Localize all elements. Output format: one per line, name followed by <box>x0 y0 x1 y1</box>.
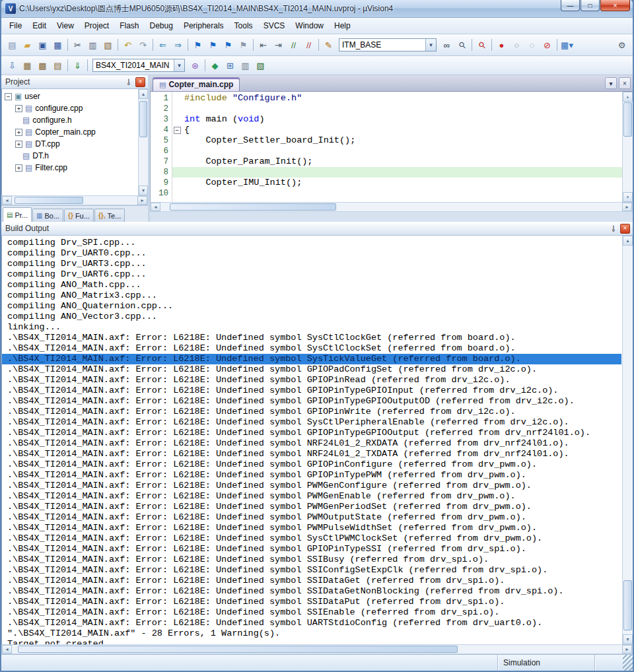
build-output-line[interactable]: .\BS4X_TI2014_MAIN.axf: Error: L6218E: U… <box>2 470 621 481</box>
tree-node-dt-cpp[interactable]: +▤DT.cpp <box>2 138 137 150</box>
code-line[interactable] <box>182 188 633 199</box>
tree-node-filter-cpp[interactable]: +▤Filter.cpp <box>2 162 137 174</box>
redo-icon[interactable]: ↷ <box>135 38 151 52</box>
menu-item-tools[interactable]: Tools <box>229 19 258 32</box>
functions-tab[interactable]: {}Fu... <box>64 209 94 222</box>
scroll-track[interactable] <box>139 99 148 185</box>
build-output-line[interactable]: .\BS4X_TI2014_MAIN.axf: Error: L6218E: U… <box>2 375 621 386</box>
scroll-thumb[interactable] <box>623 580 632 631</box>
uncomment-icon[interactable]: // <box>301 38 316 52</box>
close-icon[interactable]: × <box>135 77 145 87</box>
save-icon[interactable]: ▣ <box>35 38 50 52</box>
itm-base-combo[interactable]: ITM_BASE▾ <box>339 38 437 51</box>
build-output-line[interactable]: .\BS4X_TI2014_MAIN.axf: Error: L6218E: U… <box>2 565 621 576</box>
books-icon[interactable]: ▧ <box>253 58 268 73</box>
build-output-line[interactable]: .\BS4X_TI2014_MAIN.axf: Error: L6218E: U… <box>2 533 621 544</box>
menu-item-debug[interactable]: Debug <box>145 19 178 32</box>
undo-icon[interactable]: ↶ <box>120 38 135 52</box>
breakpoint-kill-all-icon[interactable]: ⊘ <box>540 38 555 52</box>
tree-node-dt-h[interactable]: ▤DT.h <box>2 150 137 162</box>
scroll-down-button[interactable]: ▾ <box>139 185 148 195</box>
breakpoint-icon[interactable]: ● <box>494 38 509 52</box>
build-output-line[interactable]: compiling ANO_Math.cpp... <box>2 280 621 290</box>
breakpoint-disable-all-icon[interactable]: ◌ <box>524 38 540 52</box>
batch-build-icon[interactable]: ▤ <box>50 58 65 73</box>
build-output-line[interactable]: .\BS4X_TI2014_MAIN.axf: Error: L6218E: U… <box>2 502 621 512</box>
scroll-left-button[interactable]: ◂ <box>151 203 160 211</box>
build-output-line[interactable]: .\BS4X_TI2014_MAIN.axf: Error: L6218E: U… <box>2 523 621 533</box>
menu-item-svcs[interactable]: SVCS <box>258 19 291 32</box>
build-output-line[interactable]: compiling Drv_UART6.cpp... <box>2 269 621 280</box>
scroll-left-button[interactable]: ◂ <box>2 196 12 205</box>
title-bar[interactable]: V C:\Users\yxz\Desktop\圆点博士MPU6050源码\BS4… <box>1 0 633 18</box>
target-options-icon[interactable]: ⊛ <box>188 58 203 73</box>
navigate-forward-icon[interactable]: ⇒ <box>170 38 186 52</box>
scroll-left-button[interactable]: ◂ <box>2 645 12 654</box>
build-output-line[interactable]: .\BS4X_TI2014_MAIN.axf: Error: L6218E: U… <box>2 407 621 417</box>
build-output-line[interactable]: .\BS4X_TI2014_MAIN.axf: Error: L6218E: U… <box>2 428 621 438</box>
code-line[interactable]: { <box>182 125 633 135</box>
build-output-line[interactable]: linking... <box>2 322 621 333</box>
build-output-line[interactable]: .\BS4X_TI2014_MAIN.axf: Error: L6218E: U… <box>2 386 621 396</box>
menu-item-window[interactable]: Window <box>290 19 329 32</box>
build-output-line[interactable]: .\BS4X_TI2014_MAIN.axf: Error: L6218E: U… <box>2 481 621 491</box>
build-output-line[interactable]: .\BS4X_TI2014_MAIN.axf: Error: L6218E: U… <box>2 396 621 407</box>
project-tree-vscrollbar[interactable]: ▴ ▾ <box>138 89 148 195</box>
editor-code-area[interactable]: 12345678910 − #include "Configure.h"int … <box>150 92 633 202</box>
build-output-line[interactable]: .\BS4X_TI2014_MAIN.axf: Error: L6218E: U… <box>2 343 621 354</box>
bookmark-next-icon[interactable]: ⚑ <box>221 38 236 52</box>
tree-node-configure-h[interactable]: ▤configure.h <box>2 114 137 126</box>
scroll-thumb[interactable] <box>15 197 84 204</box>
maximize-button[interactable]: □ <box>581 0 600 11</box>
project-tree-hscrollbar[interactable]: ◂ ▸ <box>1 195 148 205</box>
scroll-thumb[interactable] <box>623 102 632 137</box>
build-output-line[interactable]: .\BS4X_TI2014_MAIN.axf: Error: L6218E: U… <box>2 512 621 523</box>
code-line[interactable] <box>182 104 633 114</box>
resize-grip[interactable] <box>623 655 633 671</box>
build-output-line[interactable]: .\BS4X_TI2014_MAIN.axf: Error: L6218E: U… <box>2 607 621 618</box>
build-output-line[interactable]: .\BS4X_TI2014_MAIN.axf: Error: L6218E: U… <box>2 554 621 565</box>
target-select-combo[interactable]: BS4X_TI2014_MAIN▾ <box>92 59 185 72</box>
scroll-thumb[interactable] <box>18 646 457 653</box>
scroll-thumb[interactable] <box>139 101 147 137</box>
tree-expander[interactable]: + <box>15 141 22 148</box>
code-line[interactable]: Copter_Settler_board_Init(); <box>182 135 633 146</box>
tree-node-user[interactable]: −▣user <box>2 90 137 102</box>
menu-item-peripherals[interactable]: Peripherals <box>178 19 229 32</box>
menu-item-edit[interactable]: Edit <box>27 19 52 32</box>
bookmark-prev-icon[interactable]: ⚑ <box>205 38 221 52</box>
build-output-line[interactable]: .\BS4X_TI2014_MAIN.axf: Error: L6218E: U… <box>2 354 621 364</box>
tree-expander[interactable]: + <box>15 164 22 172</box>
build-output-line[interactable]: .\BS4X_TI2014_MAIN.axf: Error: L6218E: U… <box>2 459 621 470</box>
tree-expander[interactable]: − <box>5 93 12 100</box>
close-icon[interactable]: × <box>620 224 630 234</box>
menu-item-view[interactable]: View <box>52 19 79 32</box>
tree-expander[interactable]: + <box>15 129 22 136</box>
build-output-line[interactable]: ".\BS4X_TI2014_MAIN.axf" - 28 Errors, 1 … <box>2 628 621 639</box>
code-line[interactable]: Copter_IMU_Init(); <box>182 178 633 188</box>
templates-tab[interactable]: {},Te... <box>94 209 125 222</box>
build-output-line[interactable]: .\BS4X_TI2014_MAIN.axf: Error: L6218E: U… <box>2 597 621 607</box>
pin-icon[interactable]: ⊸ <box>124 77 133 86</box>
window-layout-icon[interactable]: ▦▾ <box>559 38 575 52</box>
build-output-line[interactable]: compiling ANO_Vector3.cpp... <box>2 312 621 322</box>
configure-tools-icon[interactable]: ⚙ <box>614 38 629 52</box>
build-output-line[interactable]: .\BS4X_TI2014_MAIN.axf: Error: L6218E: U… <box>2 333 621 343</box>
scroll-track[interactable] <box>623 246 633 634</box>
manage-items-icon[interactable]: ⊞ <box>223 58 238 73</box>
code-line[interactable]: int main (void) <box>182 114 633 125</box>
scroll-down-button[interactable]: ▾ <box>623 634 633 644</box>
editor-vscrollbar[interactable]: ▴ ▾ <box>622 92 633 202</box>
scroll-track[interactable] <box>160 203 622 211</box>
debug-icon[interactable]: ⚲ <box>472 34 493 55</box>
fold-cell[interactable]: − <box>172 125 182 135</box>
build-icon[interactable]: ▦ <box>20 58 35 73</box>
copy-icon[interactable]: ▥ <box>85 38 100 52</box>
new-file-icon[interactable]: ▤ <box>5 38 20 52</box>
fold-collapse-icon[interactable]: − <box>174 127 181 134</box>
download-icon[interactable]: ⇓ <box>70 58 85 73</box>
scroll-right-button[interactable]: ▸ <box>622 203 632 211</box>
code-line[interactable]: #include "Configure.h" <box>182 93 633 104</box>
build-output-line[interactable]: Target not created <box>2 639 621 644</box>
menu-item-help[interactable]: Help <box>329 19 356 32</box>
